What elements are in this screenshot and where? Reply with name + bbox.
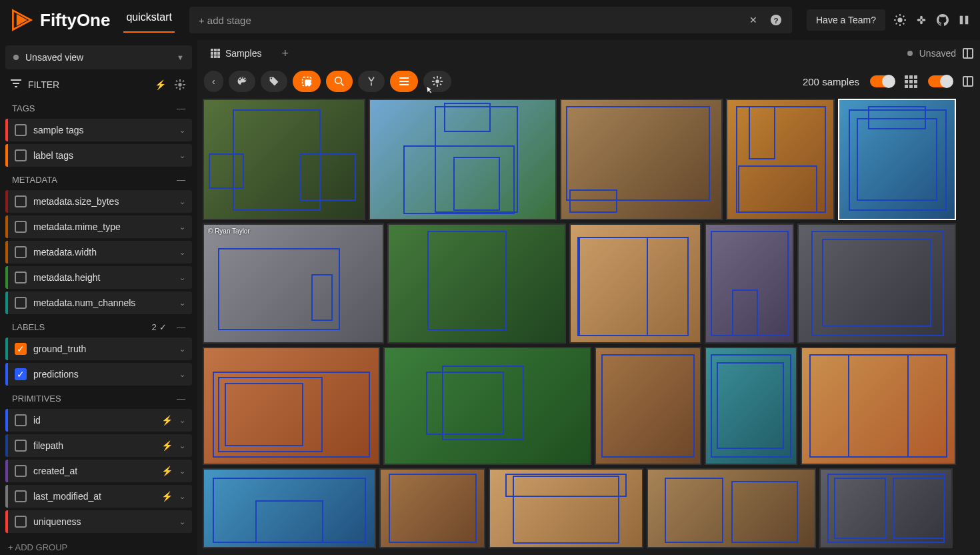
field-last-modified-at[interactable]: last_modified_at ⚡ ⌄ [5, 485, 192, 508]
field-ground-truth[interactable]: ✓ ground_truth ⌄ [5, 338, 192, 360]
svg-rect-48 [439, 77, 441, 79]
grid-view-icon[interactable] [905, 75, 917, 88]
sample-thumbnail[interactable] [801, 347, 956, 465]
chevron-down-icon: ⌄ [179, 416, 185, 425]
checkbox[interactable] [15, 246, 27, 258]
checkbox[interactable] [15, 490, 27, 502]
checkbox[interactable] [15, 516, 27, 528]
sample-thumbnail[interactable] [797, 223, 956, 344]
team-button[interactable]: Have a Team? [807, 9, 885, 31]
sample-thumbnail[interactable] [203, 347, 380, 465]
slack-icon[interactable] [915, 13, 928, 27]
sample-thumbnail[interactable]: © Ryan Taylor [203, 223, 384, 344]
section-header-tags[interactable]: TAGS — [5, 98, 192, 119]
sample-thumbnail[interactable] [379, 468, 485, 548]
svg-rect-13 [917, 19, 921, 21]
checkbox[interactable]: ✓ [15, 368, 27, 380]
filter-icon[interactable] [11, 77, 21, 91]
sample-thumbnail[interactable] [560, 99, 723, 220]
svg-line-10 [903, 23, 905, 25]
checkbox[interactable] [15, 149, 27, 161]
section-header-metadata[interactable]: METADATA — [5, 169, 192, 190]
check-icon: ✓ [159, 322, 167, 332]
chevron-down-icon: ⌄ [179, 518, 185, 526]
tab-samples[interactable]: Samples [204, 43, 268, 64]
app-logo[interactable]: FiftyOne [9, 8, 110, 32]
field-metadata-height[interactable]: metadata.height ⌄ [5, 266, 192, 289]
bolt-icon[interactable]: ⚡ [153, 78, 167, 91]
field-created-at[interactable]: created_at ⚡ ⌄ [5, 460, 192, 482]
field-predictions[interactable]: ✓ predictions ⌄ [5, 363, 192, 386]
sample-thumbnail[interactable] [819, 468, 953, 548]
add-tab-button[interactable]: + [281, 47, 289, 61]
svg-point-41 [435, 79, 439, 83]
sort-button[interactable] [358, 71, 385, 92]
checkbox[interactable] [15, 440, 27, 452]
checkbox[interactable] [15, 221, 27, 233]
checkbox[interactable] [15, 465, 27, 477]
checkbox[interactable] [15, 195, 27, 207]
sample-thumbnail[interactable] [726, 99, 835, 220]
field-filepath[interactable]: filepath ⚡ ⌄ [5, 434, 192, 457]
sample-thumbnail[interactable] [595, 347, 701, 465]
svg-rect-45 [440, 81, 443, 82]
panel-icon[interactable] [963, 76, 973, 87]
github-icon[interactable] [936, 13, 949, 27]
chevron-down-icon: ⌄ [179, 126, 185, 135]
list-button[interactable] [390, 71, 418, 92]
sample-thumbnail[interactable] [203, 468, 376, 548]
field-label-tags[interactable]: label tags ⌄ [5, 144, 192, 167]
svg-rect-29 [182, 80, 184, 82]
sidebar: Unsaved view ▼ FILTER ⚡ TAGS — sample ta… [0, 40, 197, 555]
toggle-labels[interactable] [870, 75, 894, 87]
back-button[interactable]: ‹ [204, 71, 223, 92]
field-metadata-mime[interactable]: metadata.mime_type ⌄ [5, 215, 192, 238]
dataset-selector[interactable]: quickstart [123, 7, 174, 33]
field-metadata-channels[interactable]: metadata.num_channels ⌄ [5, 292, 192, 314]
sample-thumbnail[interactable] [705, 347, 797, 465]
sample-thumbnail[interactable] [569, 223, 701, 344]
add-group-button[interactable]: + ADD GROUP [5, 536, 192, 555]
sample-thumbnail[interactable] [387, 223, 566, 344]
checkbox[interactable] [15, 124, 27, 136]
field-metadata-size[interactable]: metadata.size_bytes ⌄ [5, 190, 192, 213]
checkbox[interactable] [15, 271, 27, 284]
sample-thumbnail[interactable] [705, 223, 794, 344]
close-icon[interactable]: ✕ [747, 13, 760, 27]
sample-thumbnail[interactable] [369, 99, 557, 220]
checkbox[interactable] [15, 414, 27, 426]
field-uniqueness[interactable]: uniqueness ⌄ [5, 510, 192, 533]
help-icon[interactable]: ? [769, 13, 783, 27]
tag-button[interactable] [261, 71, 287, 92]
sample-thumbnail[interactable] [489, 468, 643, 548]
add-stage-button[interactable]: + add stage [199, 15, 251, 26]
checkbox[interactable]: ✓ [15, 343, 27, 355]
filter-row: FILTER ⚡ [5, 69, 192, 98]
sample-thumbnail[interactable] [383, 347, 591, 465]
select-button[interactable] [293, 71, 321, 92]
svg-rect-43 [437, 85, 438, 87]
sample-thumbnail[interactable] [203, 99, 365, 220]
section-title: TAGS [12, 103, 35, 113]
view-selector[interactable]: Unsaved view ▼ [5, 45, 192, 69]
grid-icon [211, 49, 220, 58]
toggle-sidebar[interactable] [928, 75, 952, 87]
field-metadata-width[interactable]: metadata.width ⌄ [5, 241, 192, 263]
content-area: Samples + Unsaved ‹ [197, 40, 980, 555]
columns-icon[interactable] [957, 13, 971, 27]
section-header-primitives[interactable]: PRIMITIVES — [5, 388, 192, 409]
filter-label: FILTER [28, 79, 147, 90]
field-id[interactable]: id ⚡ ⌄ [5, 409, 192, 432]
palette-button[interactable] [229, 71, 255, 92]
theme-icon[interactable] [893, 13, 907, 27]
field-sample-tags[interactable]: sample tags ⌄ [5, 119, 192, 141]
checkbox[interactable] [15, 297, 27, 309]
zoom-button[interactable] [326, 71, 353, 92]
gear-icon[interactable] [173, 78, 187, 91]
section-header-labels[interactable]: LABELS 2 ✓ — [5, 317, 192, 338]
sample-thumbnail[interactable] [647, 468, 816, 548]
panel-toggle-icon[interactable] [963, 48, 973, 59]
tabs-bar: Samples + Unsaved [197, 40, 980, 67]
sample-thumbnail[interactable] [838, 99, 956, 220]
settings-button[interactable] [423, 71, 451, 92]
